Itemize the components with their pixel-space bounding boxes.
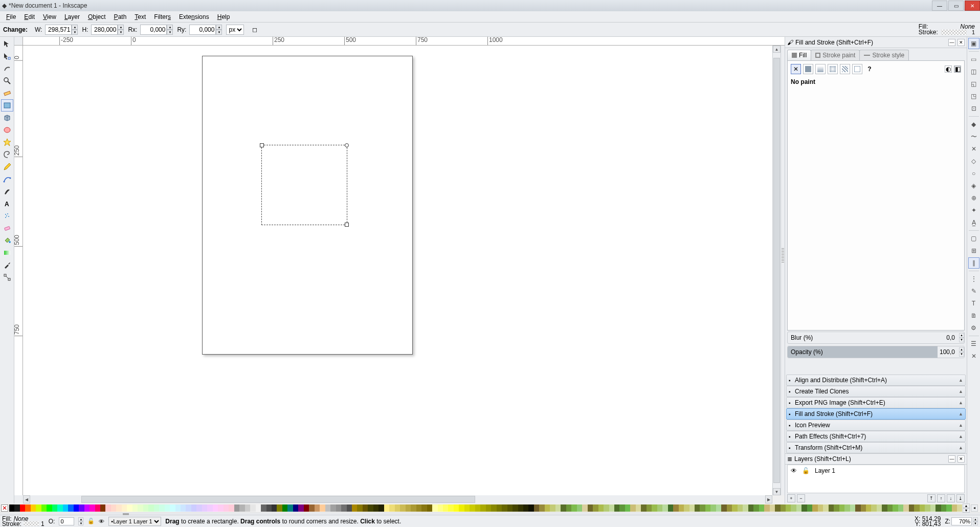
color-swatch[interactable] bbox=[946, 504, 951, 512]
calligraphy-tool[interactable] bbox=[1, 185, 13, 197]
menu-layer[interactable]: Layer bbox=[60, 12, 84, 22]
snap-enable-icon[interactable]: ▣ bbox=[968, 38, 979, 49]
zoom-tool[interactable] bbox=[1, 75, 13, 87]
color-swatch[interactable] bbox=[561, 504, 566, 512]
opacity-slider[interactable]: Opacity (%) 100,0 ▲▼ bbox=[787, 346, 965, 358]
color-swatch[interactable] bbox=[95, 504, 100, 512]
fill-rule-nonzero-icon[interactable]: ◧ bbox=[954, 65, 961, 73]
color-swatch[interactable] bbox=[877, 504, 882, 512]
color-swatch[interactable] bbox=[668, 504, 673, 512]
color-swatch[interactable] bbox=[818, 504, 823, 512]
snap-text-baseline-icon[interactable]: A̲ bbox=[968, 217, 979, 228]
expand-icon[interactable]: ▲ bbox=[959, 378, 963, 383]
color-swatch[interactable] bbox=[196, 504, 202, 512]
expand-icon[interactable]: ▲ bbox=[959, 400, 963, 405]
maximize-button[interactable]: ▭ bbox=[948, 1, 964, 11]
color-swatch[interactable] bbox=[625, 504, 630, 512]
color-swatch[interactable] bbox=[272, 504, 277, 512]
color-swatch[interactable] bbox=[47, 504, 52, 512]
add-layer-button[interactable]: + bbox=[787, 494, 795, 502]
color-swatch[interactable] bbox=[68, 504, 73, 512]
color-swatch[interactable] bbox=[748, 504, 753, 512]
menu-object[interactable]: Object bbox=[84, 12, 110, 22]
color-swatch[interactable] bbox=[834, 504, 839, 512]
box3d-tool[interactable] bbox=[1, 112, 13, 124]
tweak-tool[interactable] bbox=[1, 62, 13, 75]
height-input[interactable]: ▲▼ bbox=[91, 25, 124, 35]
color-swatch[interactable] bbox=[245, 504, 250, 512]
color-swatch[interactable] bbox=[582, 504, 587, 512]
color-swatch[interactable] bbox=[293, 504, 298, 512]
expand-icon[interactable]: ▲ bbox=[959, 411, 963, 416]
color-swatch[interactable] bbox=[416, 504, 421, 512]
dock-close-icon[interactable]: ✕ bbox=[957, 39, 965, 46]
color-swatch[interactable] bbox=[100, 504, 105, 512]
color-swatch[interactable] bbox=[432, 504, 437, 512]
connector-tool[interactable] bbox=[1, 271, 13, 283]
color-swatch[interactable] bbox=[855, 504, 860, 512]
color-swatch[interactable] bbox=[352, 504, 357, 512]
color-swatch[interactable] bbox=[266, 504, 272, 512]
color-swatch[interactable] bbox=[154, 504, 159, 512]
color-swatch[interactable] bbox=[148, 504, 153, 512]
color-swatch[interactable] bbox=[368, 504, 373, 512]
color-swatch[interactable] bbox=[363, 504, 368, 512]
color-swatch[interactable] bbox=[604, 504, 609, 512]
dialog-row[interactable]: ▪Create Tiled Clones▲ bbox=[786, 386, 966, 397]
color-swatch[interactable] bbox=[721, 504, 726, 512]
unit-select[interactable]: px bbox=[226, 25, 244, 35]
color-swatch[interactable] bbox=[325, 504, 330, 512]
gradient-tool[interactable] bbox=[1, 247, 13, 259]
color-swatch[interactable] bbox=[304, 504, 309, 512]
snap-rotation-center-icon[interactable]: ✦ bbox=[968, 205, 979, 216]
color-swatch[interactable] bbox=[389, 504, 394, 512]
color-swatch[interactable] bbox=[801, 504, 807, 512]
color-swatch[interactable] bbox=[395, 504, 400, 512]
color-swatch[interactable] bbox=[786, 504, 791, 512]
color-swatch[interactable] bbox=[695, 504, 700, 512]
spin-down-icon[interactable]: ▼ bbox=[72, 30, 78, 35]
raise-top-button[interactable]: ⤒ bbox=[927, 494, 936, 502]
ruler-horizontal[interactable]: -250 0 250 500 750 1000 bbox=[14, 37, 785, 46]
color-swatch[interactable] bbox=[497, 504, 502, 512]
height-field[interactable] bbox=[91, 25, 118, 35]
color-swatch[interactable] bbox=[330, 504, 336, 512]
color-swatch[interactable] bbox=[807, 504, 812, 512]
color-swatch[interactable] bbox=[764, 504, 769, 512]
minimize-button[interactable]: — bbox=[932, 1, 947, 11]
color-swatch[interactable] bbox=[812, 504, 817, 512]
snap-others-icon[interactable]: ⋮ bbox=[968, 273, 979, 284]
rx-field[interactable] bbox=[140, 25, 167, 35]
zoom-input[interactable] bbox=[951, 517, 972, 525]
color-swatch[interactable] bbox=[513, 504, 518, 512]
color-swatch[interactable] bbox=[566, 504, 571, 512]
color-swatch[interactable] bbox=[534, 504, 539, 512]
tab-stroke-paint[interactable]: Stroke paint bbox=[811, 50, 860, 60]
no-color-swatch[interactable]: ✕ bbox=[1, 504, 8, 512]
radial-gradient-button[interactable] bbox=[828, 64, 838, 74]
raise-button[interactable]: ↑ bbox=[937, 494, 945, 502]
scroll-right-icon[interactable]: ▶ bbox=[765, 495, 772, 503]
color-swatch[interactable] bbox=[229, 504, 234, 512]
snap-nodes-icon[interactable]: ◆ bbox=[968, 119, 979, 130]
color-swatch[interactable] bbox=[191, 504, 196, 512]
ry-input[interactable]: ▲▼ bbox=[189, 25, 222, 35]
dialog-row[interactable]: ▪Icon Preview▲ bbox=[786, 420, 966, 431]
color-swatch[interactable] bbox=[609, 504, 614, 512]
color-swatch[interactable] bbox=[20, 504, 25, 512]
color-swatch[interactable] bbox=[898, 504, 903, 512]
linear-gradient-button[interactable] bbox=[815, 64, 826, 74]
color-swatch[interactable] bbox=[165, 504, 170, 512]
color-swatch[interactable] bbox=[347, 504, 352, 512]
color-swatch[interactable] bbox=[202, 504, 207, 512]
eraser-tool[interactable] bbox=[1, 222, 13, 234]
color-swatch[interactable] bbox=[373, 504, 378, 512]
snap-bbox-midpoint-icon[interactable]: ◳ bbox=[968, 91, 979, 102]
color-swatch[interactable] bbox=[641, 504, 646, 512]
bezier-tool[interactable] bbox=[1, 173, 13, 185]
color-swatch[interactable] bbox=[427, 504, 432, 512]
close-button[interactable]: ✕ bbox=[965, 1, 980, 11]
measure-tool[interactable] bbox=[1, 87, 13, 99]
color-swatch[interactable] bbox=[930, 504, 936, 512]
color-swatch[interactable] bbox=[132, 504, 138, 512]
